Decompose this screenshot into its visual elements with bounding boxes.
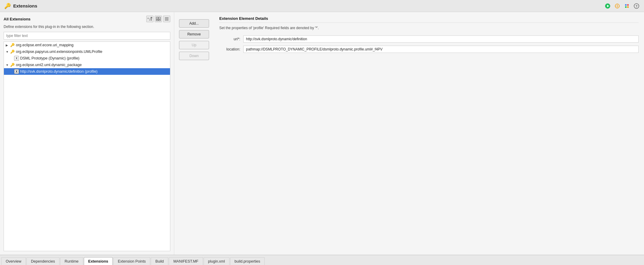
sort-button[interactable]: a z — [146, 16, 153, 22]
extension-element-details-title: Extension Element Details — [219, 16, 639, 23]
tab-extension-points[interactable]: Extension Points — [113, 257, 150, 265]
help-icon[interactable]: ? — [633, 3, 640, 9]
location-field-row: location: — [219, 46, 639, 53]
tree-row-5[interactable]: X http://svk.dsmlproto.dynamic/definitio… — [4, 68, 170, 75]
location-label: location: — [219, 47, 243, 51]
panel-toolbar: a z — [146, 16, 170, 22]
collapse-all-button[interactable] — [155, 16, 162, 22]
x-icon-2: X — [14, 69, 19, 74]
tree-arrow-2: ▼ — [6, 50, 10, 53]
extension-element-details-desc: Set the properties of 'profile' Required… — [219, 26, 639, 30]
tab-runtime[interactable]: Runtime — [60, 257, 83, 265]
panel-description: Define extensions for this plug-in in th… — [4, 25, 170, 29]
uri-field-row: uri*: — [219, 35, 639, 43]
action-buttons: Add... Remove Up Down — [174, 12, 214, 255]
svg-rect-19 — [156, 20, 158, 21]
settings-icon[interactable] — [614, 3, 621, 9]
tree-row-3[interactable]: X DSML Prototype (Dynamic) (profile) — [4, 55, 170, 62]
tree-label-3: DSML Prototype (Dynamic) (profile) — [20, 56, 80, 60]
svg-rect-20 — [159, 20, 160, 21]
svg-text:?: ? — [636, 5, 637, 8]
tab-build-properties[interactable]: build.properties — [230, 257, 265, 265]
tab-extensions[interactable]: Extensions — [84, 257, 113, 265]
header-left: 🔑 Extensions — [4, 3, 37, 9]
tree-row-4[interactable]: ▼ 🔑 org.eclipse.uml2.uml.dynamic_package — [4, 62, 170, 68]
page-title: Extensions — [13, 3, 37, 8]
puzzle-icon[interactable] — [624, 3, 630, 9]
svg-text:z: z — [149, 18, 151, 21]
tab-manifest[interactable]: MANIFEST.MF — [169, 257, 203, 265]
uri-label: uri*: — [219, 37, 243, 41]
tree-arrow-4: ▼ — [6, 63, 10, 67]
svg-rect-8 — [625, 4, 627, 6]
tree-row-2[interactable]: ▼ 🔑 org.eclipse.papyrus.uml.extensionpoi… — [4, 48, 170, 55]
add-button[interactable]: Add... — [179, 19, 209, 28]
svg-rect-18 — [159, 17, 160, 19]
svg-text:a: a — [147, 17, 149, 19]
svg-rect-11 — [627, 6, 629, 8]
tab-dependencies[interactable]: Dependencies — [26, 257, 59, 265]
view-menu-button[interactable] — [163, 16, 170, 22]
extensions-icon: 🔑 — [4, 3, 11, 9]
remove-button[interactable]: Remove — [179, 30, 209, 38]
tree-label-1: org.eclipse.emf.ecore.uri_mapping — [16, 43, 74, 47]
left-panel: All Extensions a z — [0, 12, 174, 255]
up-button[interactable]: Up — [179, 41, 209, 49]
tree-label-5: http://svk.dsmlproto.dynamic/definition … — [20, 69, 98, 74]
header: 🔑 Extensions — [0, 0, 644, 12]
filter-input[interactable] — [4, 32, 170, 40]
panel-header: All Extensions a z — [4, 16, 170, 22]
right-panel: Extension Element Details Set the proper… — [214, 12, 644, 255]
svg-rect-17 — [156, 17, 158, 19]
tab-build[interactable]: Build — [151, 257, 168, 265]
extensions-tree[interactable]: ▶ 🔑 org.eclipse.emf.ecore.uri_mapping ▼ … — [4, 41, 170, 251]
down-button[interactable]: Down — [179, 52, 209, 60]
header-right: ? — [604, 3, 640, 9]
x-icon-1: X — [14, 56, 19, 61]
tree-row-1[interactable]: ▶ 🔑 org.eclipse.emf.ecore.uri_mapping — [4, 42, 170, 48]
svg-rect-9 — [627, 4, 629, 6]
uri-input[interactable] — [243, 35, 639, 43]
location-input[interactable] — [243, 46, 639, 53]
tree-arrow-1: ▶ — [6, 44, 10, 47]
all-extensions-title: All Extensions — [4, 17, 31, 21]
tree-label-4: org.eclipse.uml2.uml.dynamic_package — [16, 63, 82, 67]
main-content: All Extensions a z — [0, 12, 644, 255]
key-icon-2: 🔑 — [10, 49, 15, 54]
run-icon[interactable] — [604, 3, 611, 9]
svg-point-3 — [617, 5, 618, 7]
key-icon-1: 🔑 — [10, 43, 15, 47]
key-icon-3: 🔑 — [10, 62, 15, 67]
tab-plugin-xml[interactable]: plugin.xml — [204, 257, 229, 265]
tab-overview[interactable]: Overview — [1, 257, 26, 265]
svg-rect-10 — [625, 6, 627, 8]
bottom-tabs: Overview Dependencies Runtime Extensions… — [0, 255, 644, 265]
tree-label-2: org.eclipse.papyrus.uml.extensionpoints.… — [16, 50, 102, 54]
